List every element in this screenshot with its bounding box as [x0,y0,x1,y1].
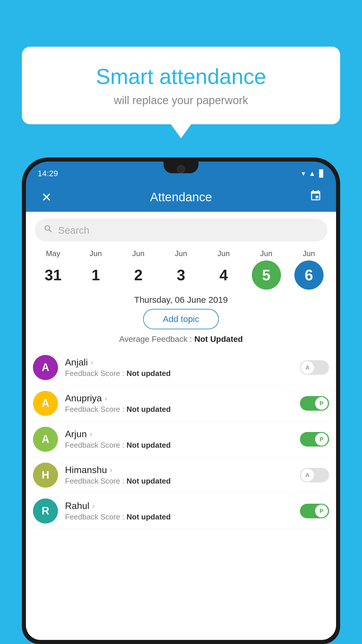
calendar-date[interactable]: 5 [252,260,281,290]
calendar-month-label: Jun [89,249,102,258]
chevron-right-icon: › [91,358,93,367]
calendar-strip: May31Jun1Jun2Jun3Jun4Jun5Jun6 [26,246,336,290]
phone-frame: 14:29 ▾ ▲ ▊ ✕ Attendance [22,158,340,644]
calendar-month-label: Jun [260,249,273,258]
toggle-knob: A [301,361,314,374]
speech-bubble: Smart attendance will replace your paper… [22,47,340,124]
status-time: 14:29 [38,169,58,178]
calendar-month-label: May [46,249,60,258]
calendar-date[interactable]: 2 [124,260,153,290]
calendar-day[interactable]: Jun3 [164,249,198,290]
close-button[interactable]: ✕ [38,190,55,204]
calendar-day[interactable]: Jun2 [121,249,156,290]
toggle-knob: P [315,505,328,517]
student-name: Arjun › [65,429,300,440]
attendance-toggle[interactable]: A [300,360,329,375]
wifi-icon: ▾ [302,169,305,178]
student-info: Himanshu ›Feedback Score : Not updated [65,465,300,486]
app-bar: ✕ Attendance [26,183,336,212]
toggle-knob: P [315,433,328,446]
chevron-right-icon: › [90,430,92,439]
student-info: Arjun ›Feedback Score : Not updated [65,429,300,450]
calendar-date[interactable]: 6 [294,260,324,290]
student-info: Anupriya ›Feedback Score : Not updated [65,393,300,414]
attendance-toggle[interactable]: P [300,396,329,411]
app-bar-title: Attendance [150,190,212,204]
calendar-month-label: Jun [217,249,230,258]
front-camera [177,165,185,173]
signal-icon: ▲ [309,169,316,178]
attendance-toggle[interactable]: A [300,468,329,482]
toggle-knob: A [301,469,314,482]
add-topic-button[interactable]: Add topic [143,309,219,329]
calendar-day[interactable]: Jun1 [78,249,113,290]
student-feedback: Feedback Score : Not updated [65,405,300,414]
student-info: Rahul ›Feedback Score : Not updated [65,501,300,522]
selected-date: Thursday, 06 June 2019 [26,295,336,305]
avatar: A [33,427,58,452]
calendar-date[interactable]: 4 [209,260,238,290]
student-feedback: Feedback Score : Not updated [65,477,300,486]
calendar-day[interactable]: May31 [36,249,71,290]
student-name: Himanshu › [65,465,300,475]
phone-notch [164,162,198,173]
status-icons: ▾ ▲ ▊ [302,169,324,178]
average-feedback-value: Not Updated [194,335,243,344]
student-row[interactable]: HHimanshu ›Feedback Score : Not updatedA [33,457,329,493]
phone-screen: 14:29 ▾ ▲ ▊ ✕ Attendance [26,162,336,640]
chevron-right-icon: › [105,394,107,403]
calendar-date[interactable]: 3 [166,260,196,290]
avatar: H [33,463,58,488]
student-name: Anupriya › [65,393,300,404]
calendar-day[interactable]: Jun4 [206,249,241,290]
student-row[interactable]: AAnupriya ›Feedback Score : Not updatedP [33,386,329,421]
battery-icon: ▊ [319,169,324,178]
speech-bubble-container: Smart attendance will replace your paper… [22,47,340,124]
toggle-knob: P [315,397,328,410]
calendar-day[interactable]: Jun6 [291,249,326,290]
search-placeholder: Search [58,225,89,236]
calendar-day[interactable]: Jun5 [249,249,284,290]
calendar-date[interactable]: 31 [38,260,68,290]
speech-bubble-title: Smart attendance [45,64,317,89]
student-info: Anjali ›Feedback Score : Not updated [65,357,300,378]
calendar-icon-button[interactable] [307,190,324,205]
attendance-toggle[interactable]: P [300,504,329,518]
chevron-right-icon: › [110,466,113,475]
student-list: AAnjali ›Feedback Score : Not updatedAAA… [26,350,336,529]
student-row[interactable]: RRahul ›Feedback Score : Not updatedP [33,493,329,529]
student-feedback: Feedback Score : Not updated [65,512,300,522]
calendar-month-label: Jun [132,249,145,258]
search-icon [43,224,53,236]
calendar-date[interactable]: 1 [81,260,110,290]
avatar: A [33,391,58,416]
student-name: Anjali › [65,357,300,368]
average-feedback-label: Average Feedback : [119,335,194,344]
attendance-toggle[interactable]: P [300,432,329,447]
average-feedback: Average Feedback : Not Updated [26,335,336,344]
avatar: R [33,498,58,524]
calendar-month-label: Jun [303,249,315,258]
student-row[interactable]: AAnjali ›Feedback Score : Not updatedA [33,350,329,386]
student-row[interactable]: AArjun ›Feedback Score : Not updatedP [33,421,329,457]
search-bar[interactable]: Search [35,219,327,242]
student-feedback: Feedback Score : Not updated [65,441,300,450]
calendar-month-label: Jun [175,249,187,258]
student-name: Rahul › [65,501,300,511]
avatar: A [33,355,58,380]
screen-content: Search May31Jun1Jun2Jun3Jun4Jun5Jun6 Thu… [26,212,336,640]
add-topic-label: Add topic [163,314,199,324]
student-feedback: Feedback Score : Not updated [65,369,300,378]
speech-bubble-subtitle: will replace your paperwork [45,94,317,107]
chevron-right-icon: › [92,501,95,510]
